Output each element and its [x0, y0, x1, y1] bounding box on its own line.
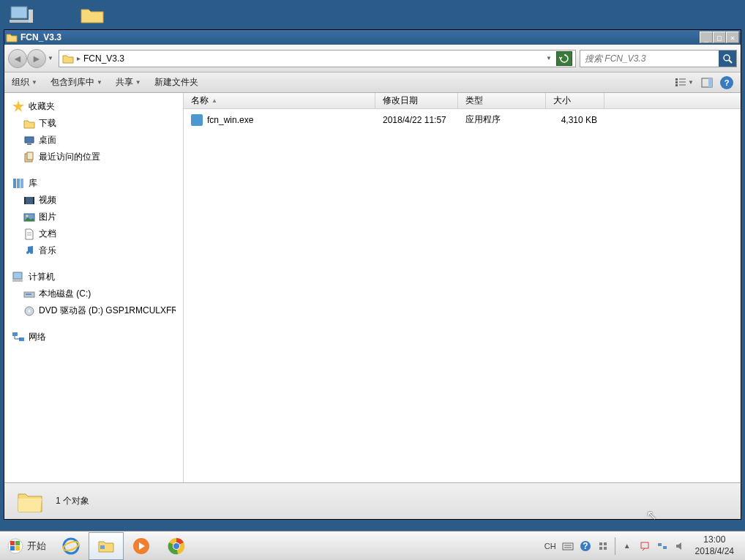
- sidebar-computer[interactable]: 计算机: [4, 268, 183, 285]
- tray-network-icon[interactable]: [656, 540, 668, 552]
- address-dropdown[interactable]: ▼: [543, 55, 555, 61]
- svg-rect-12: [708, 78, 712, 87]
- svg-rect-27: [13, 272, 22, 279]
- close-button[interactable]: ✕: [726, 31, 739, 43]
- document-icon: [23, 228, 35, 240]
- column-date[interactable]: 修改日期: [375, 93, 458, 108]
- sidebar-favorites[interactable]: 收藏夹: [4, 97, 183, 115]
- breadcrumb-folder[interactable]: FCN_V3.3: [83, 53, 124, 64]
- svg-rect-13: [25, 137, 34, 143]
- svg-rect-57: [604, 547, 607, 550]
- svg-rect-7: [675, 84, 678, 86]
- file-row[interactable]: fcn_win.exe 2018/4/22 11:57 应用程序 4,310 K…: [184, 109, 741, 130]
- sidebar-item-videos[interactable]: 视频: [4, 192, 183, 209]
- preview-icon: [701, 78, 713, 88]
- tray-clock[interactable]: 13:00 2018/4/24: [692, 534, 738, 557]
- drive-icon: [23, 288, 35, 300]
- svg-rect-58: [641, 542, 648, 548]
- tray-keyboard-icon[interactable]: [562, 540, 574, 552]
- taskbar-app-ie[interactable]: [53, 532, 89, 560]
- taskbar-app-explorer[interactable]: [89, 532, 124, 560]
- search-input[interactable]: [580, 53, 719, 64]
- toolbar: 组织▼ 包含到库中▼ 共享▼ 新建文件夹 ▼ ?: [4, 72, 741, 93]
- svg-rect-59: [658, 543, 662, 546]
- svg-rect-21: [24, 197, 26, 204]
- explorer-window: FCN_V3.3 _ □ ✕ ◄ ► ▼ ▸ FCN_V3.3 ▼: [4, 29, 741, 520]
- computer-icon: [12, 270, 25, 283]
- svg-rect-5: [675, 78, 678, 81]
- tray-help-icon[interactable]: ?: [580, 540, 591, 552]
- svg-point-3: [724, 55, 730, 61]
- tray-time: 13:00: [695, 534, 734, 546]
- tray-settings-icon[interactable]: [597, 540, 609, 552]
- tray-language[interactable]: CH: [544, 542, 556, 550]
- svg-rect-49: [563, 543, 573, 550]
- tray-expand-icon[interactable]: ▲: [621, 540, 633, 552]
- column-name[interactable]: 名称▲: [184, 93, 375, 108]
- share-menu[interactable]: 共享▼: [116, 76, 141, 89]
- address-bar[interactable]: ▸ FCN_V3.3 ▼: [59, 50, 576, 67]
- tray-action-icon[interactable]: [639, 540, 651, 552]
- folder-icon: [23, 118, 35, 130]
- titlebar[interactable]: FCN_V3.3 _ □ ✕: [4, 30, 741, 45]
- desktop-icon-folder[interactable]: [75, 4, 111, 29]
- sidebar-item-downloads[interactable]: 下载: [4, 115, 183, 132]
- forward-button[interactable]: ►: [27, 49, 46, 68]
- sidebar-item-recent[interactable]: 最近访问的位置: [4, 149, 183, 165]
- desktop-icon-computer[interactable]: [4, 4, 39, 29]
- refresh-button[interactable]: [556, 51, 572, 66]
- maximize-button[interactable]: □: [713, 31, 726, 43]
- svg-line-4: [729, 60, 732, 63]
- back-button[interactable]: ◄: [8, 49, 27, 68]
- svg-rect-60: [663, 546, 667, 549]
- new-folder-button[interactable]: 新建文件夹: [154, 76, 198, 89]
- svg-point-24: [26, 214, 29, 217]
- search-button[interactable]: [719, 51, 736, 67]
- sidebar-item-music[interactable]: 音乐: [4, 242, 183, 259]
- view-options[interactable]: ▼: [675, 78, 694, 88]
- picture-icon: [23, 212, 35, 223]
- sidebar-libraries[interactable]: 库: [4, 174, 183, 192]
- start-label: 开始: [27, 540, 46, 553]
- column-type[interactable]: 类型: [458, 93, 546, 108]
- preview-pane-button[interactable]: [701, 78, 713, 88]
- windows-icon: [7, 538, 23, 554]
- column-size[interactable]: 大小: [546, 93, 604, 108]
- sidebar-item-drive-c[interactable]: 本地磁盘 (C:): [4, 285, 183, 302]
- search-box: [580, 50, 737, 67]
- sidebar-item-documents[interactable]: 文档: [4, 225, 183, 242]
- svg-point-48: [173, 543, 179, 549]
- sidebar-item-drive-d[interactable]: DVD 驱动器 (D:) GSP1RMCULXFRER_: [4, 302, 183, 319]
- start-button[interactable]: 开始: [0, 532, 53, 560]
- svg-rect-41: [15, 546, 20, 550]
- explorer-icon: [97, 537, 116, 556]
- svg-rect-56: [599, 547, 602, 550]
- svg-rect-28: [12, 280, 23, 282]
- taskbar-app-media[interactable]: [124, 532, 159, 560]
- file-type: 应用程序: [465, 113, 501, 126]
- video-icon: [23, 195, 35, 206]
- taskbar-app-chrome[interactable]: [159, 532, 194, 560]
- minimize-button[interactable]: _: [700, 31, 713, 43]
- nav-history-dropdown[interactable]: ▼: [46, 49, 55, 68]
- folder-icon: [6, 31, 18, 43]
- svg-rect-44: [100, 545, 105, 549]
- sidebar-item-pictures[interactable]: 图片: [4, 209, 183, 225]
- svg-rect-40: [10, 546, 15, 550]
- organize-menu[interactable]: 组织▼: [12, 76, 37, 89]
- star-icon: [12, 100, 25, 113]
- svg-rect-18: [17, 179, 20, 188]
- tray-sound-icon[interactable]: [674, 540, 686, 552]
- svg-rect-54: [599, 542, 602, 545]
- svg-text:?: ?: [583, 541, 588, 551]
- help-button[interactable]: ?: [720, 76, 733, 89]
- exe-icon: [191, 114, 203, 126]
- include-menu[interactable]: 包含到库中▼: [50, 76, 102, 89]
- svg-rect-38: [10, 541, 15, 545]
- taskbar: 开始 CH ? ▲ 13:00 2018/4/24: [0, 531, 745, 560]
- sidebar-network[interactable]: 网络: [4, 328, 183, 346]
- sidebar-item-desktop[interactable]: 桌面: [4, 132, 183, 149]
- network-icon: [12, 330, 25, 343]
- window-title: FCN_V3.3: [20, 32, 700, 42]
- svg-rect-55: [604, 542, 607, 545]
